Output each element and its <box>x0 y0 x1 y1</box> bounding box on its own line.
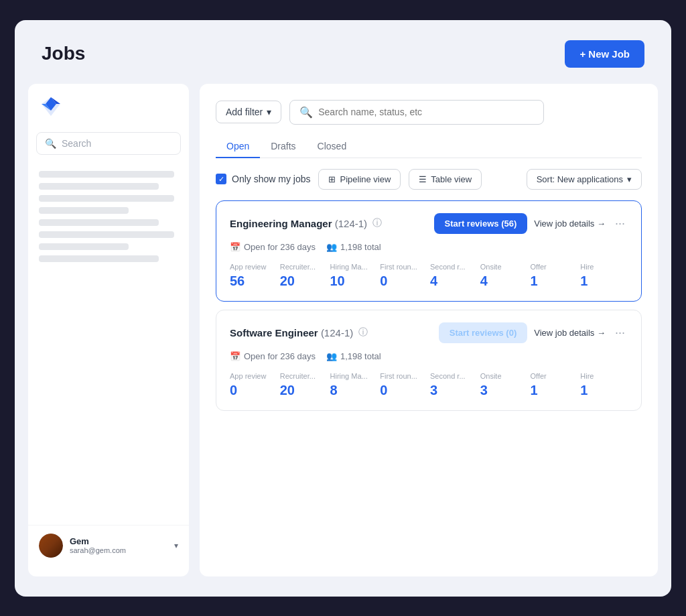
pipeline-stage: First roun... 0 <box>380 263 427 289</box>
stage-value: 0 <box>380 273 427 289</box>
stage-label: Hire <box>580 263 628 271</box>
stage-value: 10 <box>330 273 378 289</box>
stage-value: 0 <box>380 383 427 398</box>
stage-value: 20 <box>280 383 328 398</box>
job-title: Engineering Manager (124-1) <box>230 218 367 229</box>
stage-label: Second r... <box>430 372 478 380</box>
search-input[interactable] <box>318 107 534 117</box>
stage-label: App review <box>230 372 277 380</box>
job-actions: Start reviews (56) View job details → ··… <box>434 213 628 234</box>
pipeline-stage: Onsite 3 <box>480 372 528 398</box>
total-meta: 👥 1,198 total <box>326 242 381 252</box>
pipeline-stage: Recruiter... 20 <box>280 372 328 398</box>
job-card-header: Engineering Manager (124-1) ⓘ Start revi… <box>230 213 628 234</box>
page-title: Jobs <box>42 43 85 64</box>
stage-label: Hiring Ma... <box>330 263 378 271</box>
top-bar: Jobs + New Job <box>28 40 658 68</box>
sidebar-logo <box>28 95 189 132</box>
sidebar-skeleton-2 <box>39 183 159 190</box>
user-name: Gem <box>70 536 167 546</box>
new-job-button[interactable]: + New Job <box>565 40 644 68</box>
pipeline-view-label: Pipeline view <box>340 174 391 184</box>
job-card: Engineering Manager (124-1) ⓘ Start revi… <box>216 200 642 302</box>
job-card-header: Software Engineer (124-1) ⓘ Start review… <box>230 322 628 343</box>
sidebar-skeleton-3 <box>39 195 174 202</box>
table-view-icon: ☰ <box>419 174 427 184</box>
calendar-icon: 📅 <box>230 242 241 252</box>
pipeline-view-button[interactable]: ⊞ Pipeline view <box>318 169 401 190</box>
job-title-row: Engineering Manager (124-1) ⓘ <box>230 217 382 229</box>
add-filter-label: Add filter <box>226 107 263 117</box>
pipeline-stage: Second r... 4 <box>430 263 478 289</box>
stage-label: App review <box>230 263 277 271</box>
sidebar-skeleton-6 <box>39 231 174 238</box>
calendar-icon: 📅 <box>230 351 241 361</box>
job-cards-container: Engineering Manager (124-1) ⓘ Start revi… <box>216 200 642 411</box>
tab-drafts[interactable]: Drafts <box>260 135 306 158</box>
stage-label: Hire <box>580 372 628 380</box>
pipeline-view-icon: ⊞ <box>328 174 336 184</box>
more-options-button[interactable]: ··· <box>612 217 628 231</box>
pipeline-stage: Hire 1 <box>580 372 628 398</box>
checkmark-icon: ✓ <box>218 175 224 184</box>
table-view-label: Table view <box>431 174 472 184</box>
info-icon: ⓘ <box>372 217 382 229</box>
stage-value: 8 <box>330 383 378 398</box>
tabs: Open Drafts Closed <box>216 135 642 158</box>
start-reviews-button[interactable]: Start reviews (56) <box>434 213 528 234</box>
avatar <box>39 534 63 558</box>
stage-value: 20 <box>280 273 328 289</box>
stage-label: Offer <box>531 263 578 271</box>
gem-logo-icon <box>39 95 63 119</box>
pipeline-stage: Hiring Ma... 10 <box>330 263 378 289</box>
info-icon: ⓘ <box>358 326 368 338</box>
total-text: 1,198 total <box>340 242 381 252</box>
tab-open[interactable]: Open <box>216 135 260 158</box>
stage-value: 4 <box>480 273 528 289</box>
view-job-details-button[interactable]: View job details → <box>534 219 606 229</box>
view-job-details-button[interactable]: View job details → <box>534 328 606 338</box>
stage-label: Onsite <box>480 372 528 380</box>
tab-closed[interactable]: Closed <box>307 135 358 158</box>
main-layout: 🔍 Search Gem sarah@gem.com <box>28 84 658 576</box>
pipeline-stage: First roun... 0 <box>380 372 427 398</box>
sidebar-skeleton-1 <box>39 171 174 178</box>
sort-button[interactable]: Sort: New applications ▾ <box>527 169 642 190</box>
stage-value: 1 <box>531 273 578 289</box>
only-show-my-jobs-checkbox[interactable]: ✓ <box>216 174 226 184</box>
sidebar-search-wrapper[interactable]: 🔍 Search <box>36 132 181 155</box>
user-info: Gem sarah@gem.com <box>70 536 167 554</box>
stage-value: 1 <box>580 383 628 398</box>
sidebar: 🔍 Search Gem sarah@gem.com <box>28 84 189 576</box>
toolbar: ✓ Only show my jobs ⊞ Pipeline view ☰ Ta… <box>216 169 642 190</box>
pipeline-stage: Offer 1 <box>531 372 578 398</box>
open-days-meta: 📅 Open for 236 days <box>230 351 316 361</box>
open-days-meta: 📅 Open for 236 days <box>230 242 316 252</box>
add-filter-button[interactable]: Add filter ▾ <box>216 101 281 123</box>
total-meta: 👥 1,198 total <box>326 351 381 361</box>
sidebar-skeleton-4 <box>39 207 129 214</box>
filter-bar: Add filter ▾ 🔍 <box>216 100 642 125</box>
job-title: Software Engineer (124-1) <box>230 327 353 338</box>
stage-value: 56 <box>230 273 277 289</box>
stage-label: Hiring Ma... <box>330 372 378 380</box>
search-icon: 🔍 <box>299 106 313 119</box>
job-actions: Start reviews (0) View job details → ··· <box>439 322 628 343</box>
pipeline-stages: App review 0 Recruiter... 20 Hiring Ma..… <box>230 372 628 398</box>
job-card: Software Engineer (124-1) ⓘ Start review… <box>216 310 642 411</box>
table-view-button[interactable]: ☰ Table view <box>409 169 482 190</box>
sidebar-nav <box>28 166 189 525</box>
stage-value: 3 <box>480 383 528 398</box>
avatar-image <box>39 534 63 558</box>
pipeline-stage: Recruiter... 20 <box>280 263 328 289</box>
total-text: 1,198 total <box>340 351 381 361</box>
stage-label: First roun... <box>380 263 427 271</box>
start-reviews-button[interactable]: Start reviews (0) <box>439 322 527 343</box>
pipeline-stage: Hire 1 <box>580 263 628 289</box>
more-options-button[interactable]: ··· <box>612 326 628 340</box>
search-input-wrapper[interactable]: 🔍 <box>289 100 544 125</box>
stage-label: Recruiter... <box>280 263 328 271</box>
only-show-my-jobs-label[interactable]: ✓ Only show my jobs <box>216 174 310 184</box>
sidebar-user[interactable]: Gem sarah@gem.com ▾ <box>28 525 189 566</box>
pipeline-stages: App review 56 Recruiter... 20 Hiring Ma.… <box>230 263 628 289</box>
